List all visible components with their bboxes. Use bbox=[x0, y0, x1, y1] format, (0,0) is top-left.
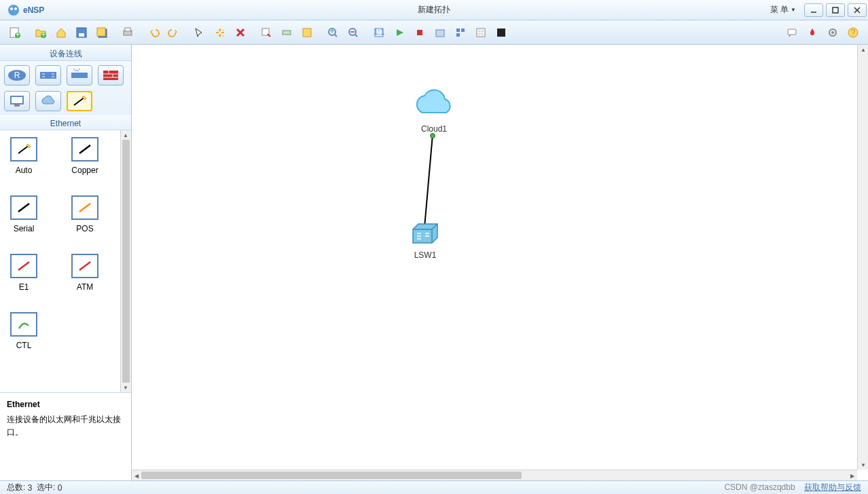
stop-icon[interactable] bbox=[410, 23, 429, 42]
pan-icon[interactable] bbox=[211, 23, 230, 42]
cat-pc[interactable] bbox=[4, 91, 30, 111]
settings-icon[interactable] bbox=[823, 23, 842, 42]
sidebar-scrollbar[interactable]: ▲ ▼ bbox=[120, 130, 131, 392]
saveall-icon[interactable] bbox=[92, 23, 111, 42]
close-button[interactable] bbox=[848, 3, 867, 17]
canvas-wrap: Cloud1 LSW1 ▲ ▼ ◀ ▶ bbox=[132, 45, 868, 480]
layout-icon[interactable] bbox=[451, 23, 470, 42]
svg-rect-30 bbox=[436, 30, 444, 37]
save-icon[interactable] bbox=[72, 23, 91, 42]
connector-label: ATM bbox=[68, 282, 102, 292]
svg-point-2 bbox=[14, 7, 17, 10]
node-label: LSW1 bbox=[410, 250, 440, 260]
svg-rect-54 bbox=[11, 96, 23, 104]
connector-pos[interactable]: POS bbox=[68, 195, 102, 233]
grid-icon[interactable] bbox=[471, 23, 490, 42]
scroll-down-icon[interactable]: ▼ bbox=[858, 460, 868, 470]
scroll-right-icon[interactable]: ▶ bbox=[848, 471, 857, 480]
minimize-button[interactable] bbox=[804, 3, 823, 17]
switch-icon bbox=[410, 221, 440, 246]
home-icon[interactable] bbox=[52, 23, 71, 42]
cat-cloud[interactable] bbox=[35, 91, 61, 111]
svg-point-0 bbox=[8, 5, 19, 16]
canvas-hscroll[interactable]: ◀ ▶ bbox=[132, 470, 857, 480]
scroll-up-icon[interactable]: ▲ bbox=[121, 130, 130, 140]
delete-icon[interactable] bbox=[231, 23, 250, 42]
capture-icon[interactable] bbox=[431, 23, 450, 42]
undo-icon[interactable] bbox=[144, 23, 163, 42]
zoomin-icon[interactable]: + bbox=[323, 23, 342, 42]
status-selected-label: 选中: bbox=[37, 482, 55, 493]
svg-rect-49 bbox=[103, 71, 118, 80]
svg-rect-13 bbox=[79, 33, 84, 37]
connector-serial[interactable]: Serial bbox=[7, 195, 41, 233]
cat-wlan[interactable] bbox=[67, 65, 92, 86]
connector-ctl[interactable]: CTL bbox=[7, 312, 41, 350]
svg-text:1:1: 1:1 bbox=[374, 27, 384, 37]
connector-label: Serial bbox=[7, 224, 41, 233]
port-cloud1[interactable] bbox=[430, 133, 435, 138]
pointer-icon[interactable] bbox=[190, 23, 209, 42]
sub-header: Ethernet bbox=[0, 115, 131, 130]
scroll-left-icon[interactable]: ◀ bbox=[132, 471, 141, 480]
app-name: eNSP bbox=[23, 5, 44, 15]
cat-router[interactable]: R bbox=[4, 65, 30, 86]
play-icon[interactable] bbox=[390, 23, 409, 42]
desc-text: 连接设备的以太网和千兆以太接口。 bbox=[7, 413, 124, 439]
maximize-button[interactable] bbox=[826, 3, 845, 17]
scroll-down-icon[interactable]: ▼ bbox=[121, 383, 130, 392]
svg-rect-15 bbox=[97, 28, 105, 36]
status-selected: 0 bbox=[58, 483, 62, 493]
statusbar: 总数: 3 选中: 0 CSDN @ztaszqdbb 获取帮助与反馈 bbox=[0, 480, 868, 494]
cat-connection[interactable] bbox=[67, 91, 92, 111]
hscroll-thumb[interactable] bbox=[141, 472, 522, 479]
connector-label: CTL bbox=[7, 341, 41, 350]
zoomout-icon[interactable] bbox=[344, 23, 363, 42]
app-logo: eNSP bbox=[7, 3, 44, 17]
svg-rect-47 bbox=[40, 72, 56, 79]
main-area: 设备连线 R Ethernet AutoCopperSerialPOSE1ATM… bbox=[0, 45, 868, 480]
scroll-up-icon[interactable]: ▲ bbox=[858, 45, 868, 54]
menu-button[interactable]: 菜 单▼ bbox=[763, 2, 803, 18]
svg-line-57 bbox=[18, 204, 29, 212]
svg-line-58 bbox=[79, 204, 90, 212]
sidebar: 设备连线 R Ethernet AutoCopperSerialPOSE1ATM… bbox=[0, 45, 132, 480]
redo-icon[interactable] bbox=[164, 23, 183, 42]
new-topology-icon[interactable]: + bbox=[5, 23, 24, 42]
svg-rect-22 bbox=[303, 28, 311, 37]
connector-scroll: AutoCopperSerialPOSE1ATMCTL ▲ ▼ bbox=[0, 130, 131, 392]
category-grid: R bbox=[0, 61, 131, 115]
fit-icon[interactable]: 1:1 bbox=[369, 23, 388, 42]
connector-label: Copper bbox=[68, 166, 102, 175]
help-icon[interactable]: ? bbox=[844, 23, 863, 42]
annotate-icon[interactable] bbox=[257, 23, 276, 42]
node-lsw1[interactable]: LSW1 bbox=[410, 221, 440, 260]
svg-rect-33 bbox=[456, 33, 460, 37]
canvas-vscroll[interactable]: ▲ ▼ bbox=[857, 45, 868, 470]
svg-text:+: + bbox=[15, 30, 20, 39]
palette-icon[interactable] bbox=[297, 23, 317, 42]
topology-canvas[interactable]: Cloud1 LSW1 bbox=[132, 45, 857, 470]
connector-copper[interactable]: Copper bbox=[68, 137, 102, 175]
node-cloud1[interactable]: Cloud1 bbox=[410, 86, 458, 134]
chat-icon[interactable] bbox=[782, 23, 801, 42]
dark-icon[interactable] bbox=[492, 23, 511, 42]
connector-auto[interactable]: Auto bbox=[7, 137, 41, 175]
svg-rect-40 bbox=[788, 29, 796, 35]
open-icon[interactable]: + bbox=[31, 23, 50, 42]
huawei-icon[interactable] bbox=[803, 23, 822, 42]
status-total-label: 总数: bbox=[7, 482, 25, 493]
window-title: 新建拓扑 bbox=[418, 4, 450, 16]
svg-text:R: R bbox=[14, 71, 20, 80]
scrollbar-thumb[interactable] bbox=[122, 140, 130, 383]
text-icon[interactable] bbox=[277, 23, 296, 42]
help-link[interactable]: 获取帮助与反馈 bbox=[804, 482, 861, 492]
cat-firewall[interactable] bbox=[98, 65, 124, 86]
connector-e1[interactable]: E1 bbox=[7, 254, 41, 292]
watermark: CSDN @ztaszqdbb bbox=[724, 482, 795, 492]
connector-atm[interactable]: ATM bbox=[68, 254, 102, 292]
svg-rect-55 bbox=[14, 104, 20, 107]
cat-switch[interactable] bbox=[35, 65, 61, 86]
status-total: 3 bbox=[28, 483, 33, 493]
print-icon[interactable] bbox=[118, 23, 137, 42]
